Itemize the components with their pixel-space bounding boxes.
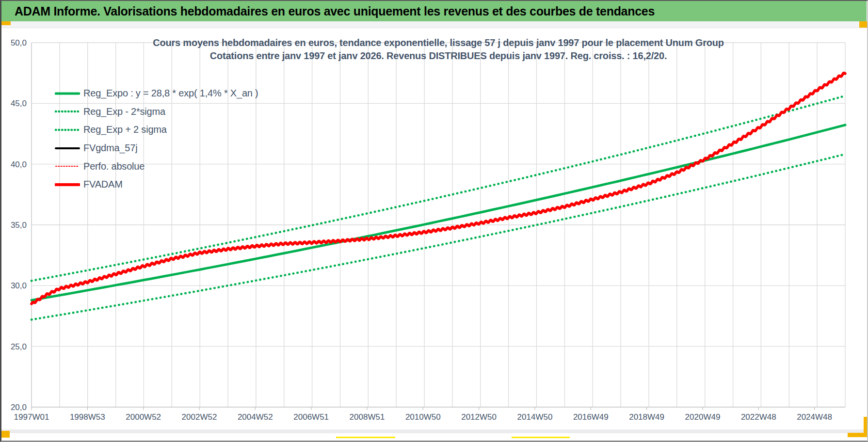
highlighted-cell-border-right [512, 437, 570, 438]
svg-text:45,0: 45,0 [11, 99, 27, 108]
y-axis-labels: 20,025,030,035,040,045,050,0 [11, 38, 27, 412]
svg-text:2016W49: 2016W49 [573, 412, 609, 422]
legend-line-sample [55, 144, 80, 152]
chart-canvas: 1997W011998W532000W522002W522004W522006W… [1, 1, 868, 442]
svg-text:30,0: 30,0 [11, 281, 27, 290]
legend-line-sample [55, 126, 80, 134]
svg-text:2014W50: 2014W50 [517, 412, 553, 422]
chart-legend: Reg_Expo : y = 28,8 * exp( 1,4% * X_an )… [55, 84, 258, 194]
legend-item: FVgdma_57j [55, 139, 258, 158]
svg-text:2012W50: 2012W50 [461, 412, 497, 422]
legend-line-sample [55, 108, 80, 115]
legend-line-sample [55, 90, 80, 97]
legend-item: Reg_Exp - 2*sigma [55, 103, 258, 121]
svg-text:2000W52: 2000W52 [126, 412, 161, 422]
svg-text:2022W48: 2022W48 [741, 412, 776, 422]
svg-text:20,0: 20,0 [11, 403, 27, 412]
svg-text:1998W53: 1998W53 [70, 412, 105, 422]
legend-label: Reg_Expo : y = 28,8 * exp( 1,4% * X_an ) [83, 88, 258, 99]
svg-text:2006W51: 2006W51 [293, 412, 329, 422]
svg-text:2024W48: 2024W48 [797, 412, 832, 422]
legend-item: Reg_Exp + 2 sigma [55, 121, 258, 139]
svg-text:2004W52: 2004W52 [238, 412, 273, 422]
legend-label: FVgdma_57j [83, 142, 137, 154]
svg-text:Cours moyens hebdomadaires en: Cours moyens hebdomadaires en euros, ten… [153, 37, 724, 48]
svg-text:50,0: 50,0 [11, 38, 27, 47]
svg-text:2008W51: 2008W51 [350, 412, 385, 422]
stock-chart[interactable]: 1997W011998W532000W522002W522004W522006W… [1, 1, 868, 442]
highlighted-cell-border-left [336, 437, 395, 438]
svg-text:1997W01: 1997W01 [14, 412, 49, 422]
legend-label: Reg_Exp - 2*sigma [83, 106, 165, 117]
legend-item: Perfo. absolue [55, 157, 258, 175]
svg-text:Cotations entre janv 1997 et j: Cotations entre janv 1997 et janv 2026. … [210, 50, 667, 61]
legend-line-sample [55, 162, 80, 170]
sheet-row-divider [1, 429, 868, 433]
svg-text:2018W49: 2018W49 [629, 412, 664, 422]
legend-label: FVADAM [83, 179, 123, 190]
svg-text:2010W50: 2010W50 [405, 412, 441, 422]
legend-item: Reg_Expo : y = 28,8 * exp( 1,4% * X_an ) [55, 84, 258, 103]
x-axis-labels: 1997W011998W532000W522002W522004W522006W… [14, 407, 832, 422]
selection-handle-top-right[interactable] [859, 21, 868, 28]
svg-text:25,0: 25,0 [11, 342, 27, 351]
svg-text:2002W52: 2002W52 [182, 412, 217, 422]
spreadsheet-view: ADAM Informe. Valorisations hebdomadaire… [0, 0, 868, 442]
legend-label: Perfo. absolue [83, 161, 145, 172]
legend-item: FVADAM [55, 175, 258, 194]
chart-title: Cours moyens hebdomadaires en euros, ten… [153, 37, 724, 61]
selection-handle-bottom-left[interactable] [1, 431, 10, 438]
selection-handle-bottom-right-foot[interactable] [848, 433, 868, 437]
legend-label: Reg_Exp + 2 sigma [83, 124, 167, 135]
svg-text:40,0: 40,0 [11, 160, 27, 169]
svg-text:2020W49: 2020W49 [685, 412, 721, 422]
svg-text:35,0: 35,0 [11, 221, 27, 230]
selection-handle-top-left[interactable] [1, 21, 11, 25]
legend-line-sample [55, 181, 80, 189]
